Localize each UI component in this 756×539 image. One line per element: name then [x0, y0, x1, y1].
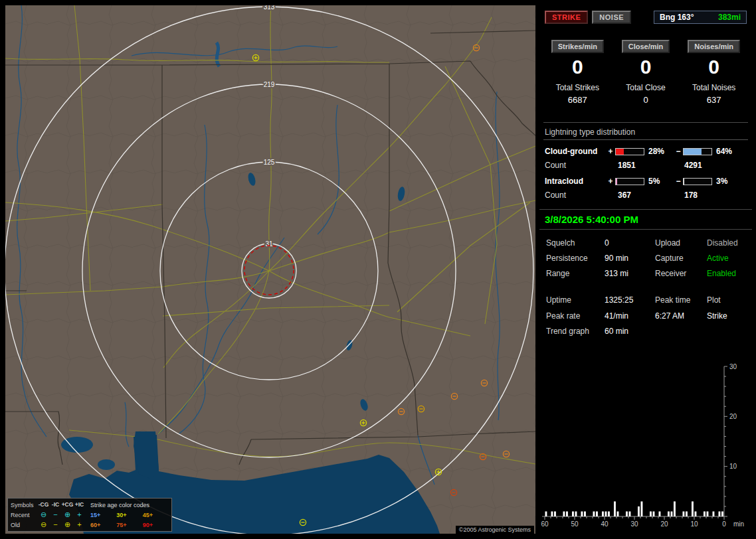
trend-bar	[686, 511, 688, 516]
range-value: 313 mi	[605, 269, 655, 278]
upload-label: Upload	[655, 238, 707, 248]
trend-bar	[614, 501, 616, 516]
close-per-min-button[interactable]: Close/min	[622, 40, 670, 53]
persistence-label: Persistence	[546, 254, 605, 263]
rates-row: Strikes/min 0 Total Strikes 6687 Close/m…	[543, 40, 748, 105]
trend-graph-row: Trend graph 60 min	[539, 327, 752, 336]
intracloud-plus-pct: 5%	[646, 177, 674, 186]
trend-bar	[704, 511, 706, 516]
bearing-distance: 383mi	[718, 13, 741, 22]
age-45: 45+	[143, 512, 169, 518]
map-canvas[interactable]: 31321912531	[5, 5, 535, 534]
total-noises-value: 637	[680, 95, 748, 105]
cg-plus-icon: ⊕	[61, 511, 74, 518]
tennessee-river-lake	[217, 42, 219, 66]
cloud-ground-plus-bar	[615, 148, 644, 155]
ic-plus-icon: +	[74, 511, 85, 518]
uptime-value: 1325:25	[605, 295, 655, 305]
receiver-label: Receiver	[655, 269, 707, 278]
section-divider	[543, 122, 748, 123]
legend-age-values-recent: 15+ 30+ 45+	[85, 512, 169, 518]
uptime-label: Uptime	[546, 295, 605, 305]
cloud-ground-row: Cloud-ground + 28% − 64%	[545, 147, 752, 156]
capture-status: Active	[707, 254, 745, 263]
cloud-ground-minus-bar	[683, 148, 712, 155]
trend-bar	[629, 511, 631, 516]
legend-recent-label: Recent	[11, 512, 37, 518]
cg-plus-icon: ⊕	[61, 521, 74, 528]
trend-bar	[605, 511, 607, 516]
trend-bar	[638, 506, 640, 516]
ring-label-125: 125	[264, 159, 275, 166]
trend-bar	[551, 511, 553, 516]
legend-col-cg-minus: -CG	[37, 502, 50, 508]
trend-bar	[617, 511, 619, 516]
strikes-per-min-button[interactable]: Strikes/min	[551, 40, 604, 53]
lightning-map[interactable]: 31321912531 Symbols -CG -IC +CG +IC Stri…	[5, 5, 535, 534]
trend-bar	[707, 511, 709, 516]
trend-bar	[563, 511, 565, 516]
trend-graph-period: 60 min	[605, 327, 745, 336]
plot-label: Plot	[707, 295, 745, 305]
intracloud-plus-bar	[615, 178, 644, 185]
copyright-text: ©2005 Astrogenic Systems	[456, 526, 534, 534]
strikes-per-min-value: 0	[543, 56, 612, 78]
cloud-ground-minus-count: 4291	[683, 161, 752, 170]
trend-bar	[608, 511, 610, 516]
receiver-status: Enabled	[707, 269, 745, 278]
squelch-label: Squelch	[546, 238, 605, 248]
trend-bar	[596, 511, 598, 516]
legend-col-ic-minus: -IC	[50, 502, 61, 508]
trend-bar	[545, 511, 547, 516]
intracloud-minus-bar	[683, 178, 712, 185]
trend-bar	[566, 511, 568, 516]
x-tick-label: 50	[571, 520, 579, 528]
age-75: 75+	[116, 522, 142, 528]
peak-rate-value: 41/min	[605, 311, 655, 321]
minus-sign: −	[674, 147, 683, 156]
persistence-value: 90 min	[605, 254, 655, 263]
trend-bar	[581, 511, 583, 516]
bearing-value: Bng 163°	[660, 13, 694, 22]
axis-unit-label: min	[733, 520, 744, 528]
close-per-min-value: 0	[612, 56, 680, 78]
datetime-text: 3/8/2026 5:40:00 PM	[545, 214, 638, 225]
noises-per-min-button[interactable]: Noises/min	[688, 40, 740, 53]
trend-graph-label: Trend graph	[546, 327, 605, 336]
intracloud-minus-fill	[684, 179, 684, 185]
intracloud-plus-count: 367	[615, 191, 674, 200]
legend-col-cg-plus: +CG	[61, 502, 74, 508]
legend-symbols-title: Symbols	[11, 502, 37, 508]
trend-bar	[575, 511, 577, 516]
trend-bar	[626, 511, 628, 516]
datetime-display: 3/8/2026 5:40:00 PM	[539, 209, 752, 230]
plus-sign: +	[606, 177, 615, 186]
trend-bar	[683, 511, 685, 516]
y-tick-label: 30	[729, 363, 737, 370]
age-90: 90+	[143, 522, 169, 528]
trend-bar	[671, 511, 673, 516]
peak-rate-label: Peak rate	[546, 311, 605, 321]
range-label: Range	[546, 269, 605, 278]
trend-bar	[719, 511, 721, 516]
noise-toggle-button[interactable]: NOISE	[592, 11, 631, 24]
cloud-ground-minus-fill	[684, 149, 702, 155]
trend-bar	[641, 501, 643, 516]
peak-time-label: Peak time	[655, 295, 707, 305]
y-tick-label: 10	[729, 463, 737, 470]
total-close-value: 0	[612, 95, 680, 105]
x-tick-label: 40	[601, 520, 609, 528]
cloud-ground-count-row: Count 1851 4291	[545, 161, 752, 170]
squelch-value: 0	[605, 238, 655, 248]
trend-bar	[659, 511, 661, 516]
legend-recent-row: Recent ⊖ − ⊕ + 15+ 30+ 45+	[11, 510, 169, 520]
trend-bar	[554, 511, 556, 516]
count-label: Count	[545, 191, 606, 200]
strike-toggle-button[interactable]: STRIKE	[545, 11, 588, 24]
plus-sign: +	[606, 147, 615, 156]
noises-per-min-value: 0	[680, 56, 748, 78]
total-noises-label: Total Noises	[680, 83, 748, 92]
intracloud-plus-fill	[616, 179, 617, 185]
cg-minus-icon: ⊖	[37, 511, 50, 518]
intracloud-minus-pct: 3%	[713, 177, 752, 186]
